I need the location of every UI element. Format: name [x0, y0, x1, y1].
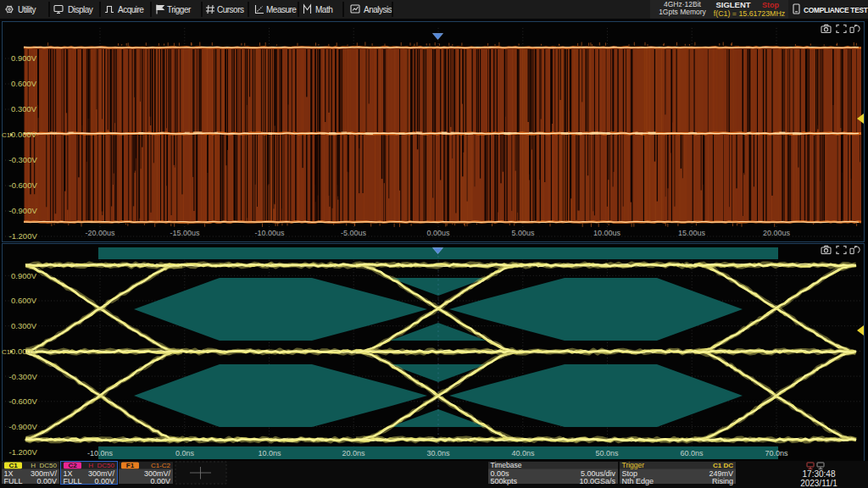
svg-text:0.600V: 0.600V [11, 296, 37, 305]
svg-text:FULL: FULL [4, 477, 23, 485]
svg-text:Trigger: Trigger [622, 461, 645, 469]
svg-text:60.0ns: 60.0ns [680, 449, 704, 458]
svg-text:0.00V: 0.00V [150, 477, 170, 485]
svg-text:0.00V: 0.00V [94, 477, 114, 485]
svg-text:0.000V: 0.000V [11, 347, 37, 356]
svg-text:-10.00us: -10.00us [254, 229, 285, 237]
svg-text:0.00us: 0.00us [426, 229, 450, 237]
svg-text:F1: F1 [126, 462, 135, 469]
svg-text:70.0ns: 70.0ns [765, 449, 788, 458]
svg-text:C1 DC: C1 DC [713, 462, 733, 469]
svg-text:H DC50: H DC50 [31, 462, 57, 469]
svg-text:f(C1) = 15.61723MHz: f(C1) = 15.61723MHz [714, 9, 785, 18]
svg-text:0.300V: 0.300V [11, 321, 37, 330]
svg-text:-10.0ns: -10.0ns [87, 449, 114, 458]
svg-text:-1.200V: -1.200V [9, 231, 38, 241]
svg-text:500kpts: 500kpts [491, 477, 518, 485]
svg-text:-1.200V: -1.200V [9, 447, 38, 457]
svg-text:C1: C1 [8, 462, 18, 469]
svg-text:17:30:48: 17:30:48 [803, 469, 836, 479]
svg-text:0.900V: 0.900V [11, 53, 37, 63]
svg-text:0.300V: 0.300V [11, 104, 37, 114]
svg-text:5.00us: 5.00us [511, 229, 535, 237]
svg-text:H DC50: H DC50 [88, 462, 114, 469]
svg-text:-0.300V: -0.300V [9, 155, 38, 164]
svg-text:50.0ns: 50.0ns [595, 449, 619, 458]
svg-text:Analysis: Analysis [364, 5, 392, 14]
svg-text:2023/11/1: 2023/11/1 [800, 479, 837, 488]
svg-text:C1: C1 [2, 131, 11, 139]
svg-text:COMPLIANCE TEST: COMPLIANCE TEST [804, 6, 868, 14]
svg-text:Utility: Utility [18, 5, 36, 14]
svg-text:40.0ns: 40.0ns [511, 449, 535, 458]
svg-text:SIGLENT: SIGLENT [715, 0, 750, 9]
svg-text:Display: Display [68, 5, 93, 14]
svg-text:-0.900V: -0.900V [9, 422, 38, 431]
svg-text:C1-C2: C1-C2 [151, 462, 171, 469]
svg-text:FULL: FULL [64, 477, 82, 485]
svg-text:15.00us: 15.00us [678, 229, 706, 237]
svg-text:0.900V: 0.900V [11, 271, 37, 280]
svg-text:10.0GSa/s: 10.0GSa/s [579, 477, 615, 485]
svg-text:Math: Math [315, 5, 332, 14]
svg-text:0.00V: 0.00V [36, 477, 57, 485]
svg-text:0.600V: 0.600V [11, 79, 37, 88]
svg-text:-20.00us: -20.00us [85, 229, 115, 237]
svg-text:Measure: Measure [266, 5, 297, 14]
svg-text:10.0ns: 10.0ns [258, 449, 281, 458]
svg-text:1Gpts Memory: 1Gpts Memory [659, 8, 706, 16]
svg-text:30.0ns: 30.0ns [426, 449, 450, 458]
svg-text:-15.00us: -15.00us [170, 229, 200, 237]
svg-text:10.00us: 10.00us [593, 229, 621, 237]
svg-text:Acquire: Acquire [118, 5, 144, 14]
svg-text:-0.600V: -0.600V [9, 396, 38, 406]
svg-text:Nth Edge: Nth Edge [622, 477, 654, 485]
svg-text:20.00us: 20.00us [763, 229, 791, 237]
svg-text:Cursors: Cursors [217, 5, 244, 14]
svg-text:-5.00us: -5.00us [341, 229, 367, 237]
svg-text:20.0ns: 20.0ns [342, 449, 365, 458]
svg-text:-0.900V: -0.900V [9, 206, 38, 215]
svg-text:Rising: Rising [712, 477, 733, 485]
svg-text:Stop: Stop [762, 1, 779, 9]
svg-text:0.000V: 0.000V [11, 130, 37, 139]
svg-text:Timebase: Timebase [491, 461, 522, 469]
svg-text:Trigger: Trigger [167, 5, 192, 14]
svg-text:C2: C2 [68, 462, 77, 469]
svg-text:C1: C1 [2, 348, 11, 356]
svg-text:-0.600V: -0.600V [9, 180, 38, 190]
svg-text:-0.300V: -0.300V [9, 372, 38, 381]
svg-text:0.0ns: 0.0ns [175, 449, 195, 458]
